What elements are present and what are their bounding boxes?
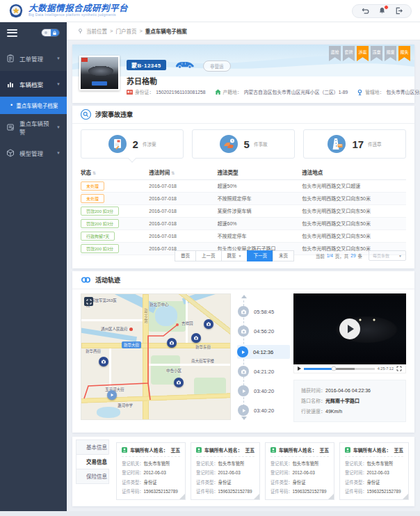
- map-label: 中仓小区: [166, 368, 181, 373]
- tab-insurance-info[interactable]: 保险信息: [76, 469, 109, 484]
- cell-type: 某案件涉案车辆: [218, 204, 302, 217]
- location-pin-icon: [77, 28, 83, 34]
- timeline-item[interactable]: 03:40:20: [238, 385, 291, 396]
- lock-toggle[interactable]: [41, 29, 60, 37]
- map-expand-icon[interactable]: [84, 297, 93, 306]
- undo-icon[interactable]: [361, 7, 369, 15]
- owner-card[interactable]: 车辆所有人姓名：王五 登记机关：包头市车管所 登记时间：2012-06-03 证…: [116, 442, 186, 500]
- status-badge: 未处理: [81, 182, 104, 191]
- case-section-header: 涉案事故违章: [72, 106, 414, 124]
- owner-field: 证件号码：15963252152789: [196, 488, 255, 494]
- page-prev-button[interactable]: 上一页: [195, 250, 222, 261]
- tab-basic-info[interactable]: 基本信息: [76, 440, 109, 455]
- camera-icon: [238, 325, 249, 337]
- cell-time: 2016-07-018: [149, 179, 217, 192]
- video-frame[interactable]: [293, 293, 406, 364]
- sidebar-subitem-label: 重点车辆电子档案: [16, 102, 58, 109]
- page-jump-select[interactable]: 跳至▼: [221, 250, 248, 261]
- chevron-down-icon: ▼: [56, 151, 60, 155]
- page-first-button[interactable]: 首页: [175, 250, 196, 261]
- status-badge: 行政拘留7天: [81, 232, 115, 241]
- video-marker[interactable]: [107, 390, 117, 400]
- camera-marker[interactable]: [204, 319, 213, 329]
- col-header-time[interactable]: 违法时间⇅: [149, 166, 217, 179]
- status-badge: 罚款200 扣3分: [81, 207, 119, 216]
- lock-icon: [51, 29, 60, 36]
- cell-time: 2016-07-018: [149, 229, 217, 242]
- sidebar-subitem-key-vehicle-archive[interactable]: • 重点车辆电子档案: [0, 97, 67, 114]
- speed-row: 行驶速度：49Km/h: [301, 406, 398, 417]
- timeline-item-active[interactable]: 04:12:36: [237, 345, 290, 359]
- table-row[interactable]: 未处理 2016-07-018 超速50% 包头市光明西路交叉口超速: [81, 179, 406, 192]
- case-section: 涉案事故违章 2 件涉案 5 件事故 17 件违章 状态: [72, 106, 414, 268]
- stat-unit: 件涉案: [143, 140, 156, 147]
- tab-transaction-info[interactable]: 交易信息: [76, 454, 109, 469]
- violation-icon: [328, 135, 346, 153]
- video-progress-bar[interactable]: [304, 368, 375, 370]
- owner-icon: [270, 447, 276, 453]
- camera-marker[interactable]: [191, 333, 201, 343]
- page-size-select[interactable]: 每页条数 ▼: [369, 250, 406, 261]
- status-ribbon: 报废: [385, 46, 396, 61]
- timeline-item[interactable]: 03:40:20: [238, 405, 291, 416]
- owner-card[interactable]: 车辆所有人姓名：王五 登记机关：包头市车管所 登记时间：2012-06-03 证…: [339, 442, 409, 500]
- total-count: 29: [350, 253, 355, 258]
- table-row[interactable]: 罚款200 扣3分 2016-07-018 超速60% 包头市光明西路交叉口向东…: [81, 217, 406, 229]
- app-subtitle: Big Data Intelligence platform synthetic…: [29, 13, 128, 17]
- owner-icon: [196, 447, 202, 453]
- origin-value: 内蒙古自治区包头市青山区光辉小区（二区）1-89: [244, 88, 348, 95]
- table-row[interactable]: 未处理 2016-07-018 不按照规定停车 包头市光明西路交叉口向东50米: [81, 192, 406, 204]
- cell-type: 超速60%: [218, 217, 302, 229]
- notification-icon[interactable]: [378, 7, 386, 15]
- chevron-down-icon: ▼: [239, 254, 242, 258]
- play-icon: [237, 346, 248, 357]
- sidebar-item-vehicle-archive[interactable]: 车辆档案 ▼: [0, 71, 67, 97]
- page-last-button[interactable]: 末页: [273, 250, 294, 261]
- gov-icon: [129, 328, 133, 331]
- timeline-time: 04:56:20: [254, 328, 274, 334]
- menu-collapse-icon[interactable]: [7, 29, 17, 37]
- sidebar-item-model-management[interactable]: 模型管理 ▼: [0, 140, 67, 166]
- stat-card-accidents[interactable]: 5 件事故: [192, 129, 295, 159]
- owner-card-header: 车辆所有人姓名：王五: [196, 446, 255, 457]
- owner-field: 登记机关：包头市车管所: [270, 460, 329, 467]
- stat-card-cases[interactable]: 2 件涉案: [81, 129, 184, 159]
- page-next-button[interactable]: 下一页: [247, 250, 273, 261]
- table-row[interactable]: 行政拘留7天 2016-07-018 不按规定停车 包头市光明西路交叉口向东50…: [81, 229, 406, 242]
- id-label: 身份证：: [135, 88, 154, 95]
- progress-handle[interactable]: [331, 366, 336, 371]
- sidebar-item-work-orders[interactable]: 工单管理 ▼: [0, 45, 67, 71]
- owner-card[interactable]: 车辆所有人姓名：王五 登记机关：包头市车管所 登记时间：2012-06-03 证…: [191, 442, 260, 500]
- camera-marker[interactable]: [167, 338, 177, 348]
- stat-card-violations[interactable]: 17 件违章: [303, 129, 406, 159]
- cell-place: 包头市光明西路交叉口向东50米: [302, 192, 406, 204]
- jurisdiction-pair: 管辖地：包头市青山区分局光辉小区派出所: [357, 88, 420, 95]
- stat-value: 2: [133, 138, 138, 150]
- table-row[interactable]: 罚款200 扣3分 2016-07-018 某案件涉案车辆 包头市光明西路交叉口…: [81, 204, 406, 217]
- vehicle-info-row: 身份证：1502021961103081258 产籍地：内蒙古自治区包头市青山区…: [127, 88, 410, 95]
- logout-icon[interactable]: [394, 7, 403, 15]
- pagination-buttons: 首页 上一页 跳至▼ 下一页 末页: [175, 250, 294, 261]
- timeline-item[interactable]: 04:56:20: [238, 325, 291, 337]
- timeline-item[interactable]: 05:58:45: [238, 306, 291, 317]
- timeline-item[interactable]: 04:21:20: [238, 366, 291, 377]
- track-section-title: 活动轨迹: [95, 275, 120, 284]
- map-view[interactable]: 解放军第263医院 新北京中心 通州区人民政府 新华北路 新华大街 新华西街 新…: [81, 293, 231, 420]
- stat-value: 17: [352, 138, 364, 150]
- search-badge-icon: [81, 109, 91, 120]
- col-header-status[interactable]: 状态⇅: [81, 166, 149, 179]
- breadcrumb-prefix: 当前位置: [86, 27, 107, 35]
- origin-pair: 产籍地：内蒙古自治区包头市青山区光辉小区（二区）1-89: [215, 88, 348, 95]
- play-icon[interactable]: [298, 366, 301, 371]
- fullscreen-icon[interactable]: [396, 366, 402, 371]
- vehicle-photo[interactable]: [79, 56, 120, 90]
- camera-marker[interactable]: [174, 378, 184, 387]
- sidebar-item-vehicle-warning[interactable]: 重点车辆预警 ▼: [0, 114, 67, 140]
- breadcrumb-home[interactable]: 门户首页: [115, 27, 136, 35]
- owner-cards: 车辆所有人姓名：王五 登记机关：包头市车管所 登记时间：2012-06-03 证…: [109, 437, 414, 506]
- sidebar-item-label: 重点车辆预警: [19, 119, 51, 136]
- owner-field: 证件号码：15963252152789: [270, 488, 329, 494]
- video-play-button[interactable]: [339, 319, 360, 339]
- owner-card[interactable]: 车辆所有人姓名：王五 登记机关：包头市车管所 登记时间：2012-06-03 证…: [265, 442, 334, 500]
- camera-marker[interactable]: [99, 357, 108, 366]
